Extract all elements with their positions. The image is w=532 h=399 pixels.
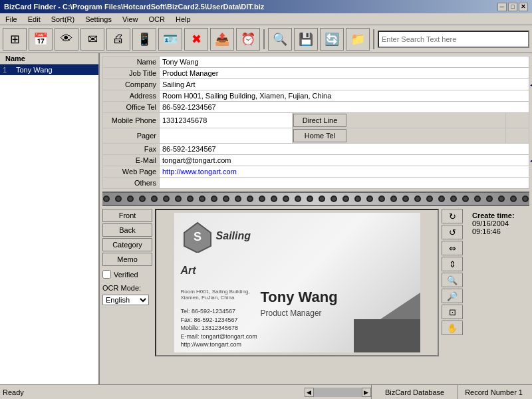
field-value-fax: 86-592-1234567	[160, 144, 529, 155]
lower-section: Front Back Category Memo Verified OCR Mo…	[102, 209, 529, 356]
front-button[interactable]: Front	[102, 209, 152, 222]
menu-sort[interactable]: Sort(R)	[49, 15, 77, 23]
horizontal-scrollbar: ◀ ▶	[305, 388, 371, 397]
scroll-right-arrow[interactable]: ▶	[362, 388, 371, 397]
scroll-left-arrow[interactable]: ◀	[305, 388, 314, 397]
zoom-in-icon[interactable]: 🔍	[442, 273, 463, 287]
field-mobile-row: Mobile Phone 13312345678 Direct Line	[103, 113, 529, 128]
field-label-officetel: Office Tel	[103, 102, 160, 113]
memo-button[interactable]: Memo	[102, 253, 152, 266]
spiral-circle	[151, 196, 158, 202]
field-pager-row: Pager Home Tel	[103, 128, 529, 144]
direct-line-button[interactable]: Direct Line	[293, 114, 346, 127]
field-label-pager: Pager	[103, 128, 160, 144]
search-input[interactable]	[378, 31, 529, 48]
list-item[interactable]: 1 Tony Wang	[0, 65, 98, 75]
fit-icon[interactable]: ⊡	[442, 305, 463, 319]
scroll-track[interactable]	[314, 388, 362, 397]
spiral-circle	[486, 196, 493, 202]
spiral-circle	[354, 196, 361, 202]
card-tel: Tel: 86-592-1234567	[181, 307, 257, 316]
field-label-email: E-Mail	[103, 155, 160, 166]
field-others-row: Others	[103, 178, 529, 189]
card-dark-block	[354, 319, 420, 352]
upper-section: Name Tony Wang Job Title Product Manager…	[102, 56, 529, 189]
card-image-area: S Sailing Art Room H001, Sailing Buildin…	[155, 209, 439, 356]
list-panel: Name 1 Tony Wang	[0, 53, 100, 384]
minimize-button[interactable]: ─	[497, 3, 507, 11]
toolbar-save-icon[interactable]: 💾	[294, 28, 318, 51]
content-panel: Name Tony Wang Job Title Product Manager…	[100, 53, 532, 384]
fields-table: Name Tony Wang Job Title Product Manager…	[102, 56, 529, 189]
menu-file[interactable]: File	[3, 15, 20, 23]
spiral-circle	[199, 196, 205, 202]
field-value-company: Sailing Art	[160, 79, 529, 90]
maximize-button[interactable]: □	[508, 3, 517, 11]
verified-checkbox[interactable]	[102, 270, 111, 279]
spiral-circle	[366, 196, 373, 202]
field-webpage-row: Web Page http://www.tongart.com	[103, 166, 529, 178]
toolbar-export-icon[interactable]: 📤	[210, 28, 234, 51]
toolbar-view-icon[interactable]: 👁	[55, 28, 78, 51]
close-button[interactable]: ✕	[519, 3, 528, 11]
menu-edit[interactable]: Edit	[25, 15, 43, 23]
toolbar-folder-icon[interactable]: 📁	[346, 28, 370, 51]
spiral-circle	[450, 196, 457, 202]
spiral-circle	[223, 196, 229, 202]
toolbar-search2-icon[interactable]: 🔍	[268, 28, 292, 51]
empty-cell	[506, 128, 529, 144]
menu-help[interactable]: Help	[173, 15, 194, 23]
statusbar: Ready ◀ ▶ BizCard Database Record Number…	[0, 384, 532, 399]
create-time-date: 09/16/2004	[472, 219, 527, 227]
flip-v-icon[interactable]: ⇕	[442, 257, 463, 271]
status-database: BizCard Database	[371, 385, 458, 399]
toolbar-phone-icon[interactable]: 📱	[132, 28, 156, 51]
toolbar-mail-icon[interactable]: ✉	[80, 28, 104, 51]
toolbar-separator2	[373, 29, 374, 49]
rotate-cw-icon[interactable]: ↻	[442, 209, 463, 223]
home-tel-button[interactable]: Home Tel	[293, 129, 346, 142]
toolbar-card-icon[interactable]: 🪪	[158, 28, 182, 51]
toolbar-refresh-icon[interactable]: 🔄	[320, 28, 344, 51]
card-triangle-decoration	[380, 293, 420, 319]
toolbar-clock-icon[interactable]: ⏰	[236, 28, 260, 51]
zoom-out-icon[interactable]: 🔎	[442, 289, 463, 303]
field-label-company: Company	[103, 79, 160, 90]
field-value-others	[160, 178, 529, 189]
list-header: Name	[0, 53, 98, 65]
spiral-circle	[331, 196, 337, 202]
card-logo-area: S Sailing Art Room H001, Sailing Buildin…	[181, 219, 261, 301]
field-label-jobtitle: Job Title	[103, 68, 160, 79]
menu-ocr[interactable]: OCR	[146, 15, 168, 23]
toolbar-calendar-icon[interactable]: 📅	[29, 28, 53, 51]
spiral-circle	[307, 196, 313, 202]
category-button[interactable]: Category	[102, 238, 152, 251]
toolbar-print-icon[interactable]: 🖨	[106, 28, 130, 51]
spiral-circle	[510, 196, 517, 202]
field-email-row: E-Mail tongart@tongart.com	[103, 155, 529, 166]
home-tel-cell	[506, 113, 529, 128]
field-label-fax: Fax	[103, 144, 160, 155]
ocr-mode-select[interactable]: English Chinese Japanese	[102, 295, 149, 305]
field-value-name: Tony Wang	[160, 57, 529, 68]
hand-icon[interactable]: ✋	[442, 321, 463, 335]
flip-h-icon[interactable]: ⇔	[442, 241, 463, 255]
spiral-circle	[271, 196, 277, 202]
spiral-circle	[319, 196, 325, 202]
back-button[interactable]: Back	[102, 223, 152, 237]
field-value-email: tongart@tongart.com	[160, 155, 529, 166]
create-time-time: 09:16:46	[472, 227, 527, 235]
toolbar-delete-icon[interactable]: ✖	[184, 28, 208, 51]
card-name: Tony Wang	[261, 289, 338, 306]
card-fax: Fax: 86-592-1234567	[181, 316, 257, 325]
menu-view[interactable]: View	[120, 15, 141, 23]
spiral-circle	[163, 196, 170, 202]
field-officetel-row: Office Tel 86-592-1234567	[103, 102, 529, 113]
rotate-ccw-icon[interactable]: ↺	[442, 225, 463, 239]
spiral-circle	[414, 196, 421, 202]
menu-settings[interactable]: Settings	[82, 15, 114, 23]
verified-label: Verified	[114, 271, 138, 279]
toolbar-grid-icon[interactable]: ⊞	[3, 28, 27, 51]
toolbar: ⊞ 📅 👁 ✉ 🖨 📱 🪪 ✖ 📤 ⏰ 🔍 💾 🔄 📁	[0, 25, 532, 53]
titlebar: BizCard Finder - C:\Program Files\Hotcar…	[0, 0, 532, 13]
